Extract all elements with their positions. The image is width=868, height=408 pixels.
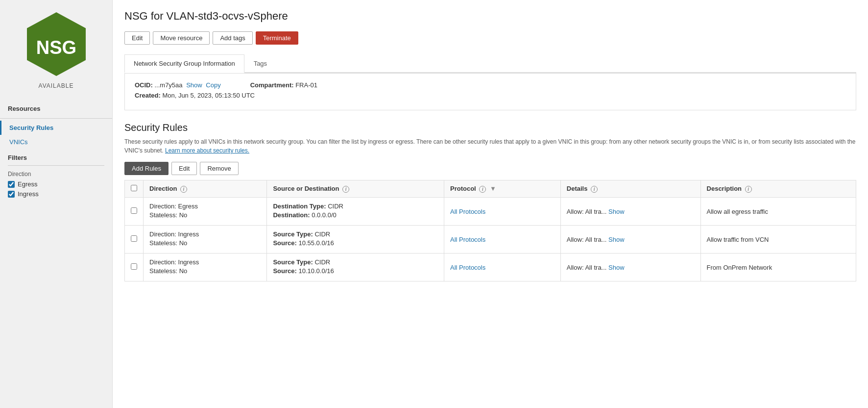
learn-more-link[interactable]: Learn more about security rules. [165,147,249,154]
row-0-checkbox[interactable] [131,207,137,214]
nsg-logo: NSG [22,10,91,78]
resources-label: Resources [0,101,112,116]
direction-info-icon[interactable]: i [180,186,187,193]
security-rules-title: Security Rules [124,122,856,133]
ocid-label: OCID: [135,81,153,89]
row-2-show-link[interactable]: Show [608,264,625,271]
row-2-allow: Allow: All tra... [567,264,607,271]
row-1-details-cell: Allow: All tra... Show [560,226,700,254]
security-rules-desc: These security rules apply to all VNICs … [124,137,856,155]
sidebar-item-security-rules[interactable]: Security Rules [0,121,112,135]
main-content: NSG for VLAN-std3-ocvs-vSphere Edit Move… [113,0,868,408]
row-checkbox-cell [125,198,144,226]
row-2-stateless: Stateless: No [149,267,261,275]
tab-tags[interactable]: Tags [244,54,276,73]
egress-checkbox[interactable] [8,181,15,188]
table-row: Direction: Ingress Stateless: No Source … [125,226,856,254]
ocid-show-link[interactable]: Show [186,81,202,89]
row-1-checkbox[interactable] [131,235,137,242]
row-0-description: Allow all egress traffic [707,208,768,215]
row-2-source: Source: 10.10.0.0/16 [273,267,438,275]
compartment-field: Compartment: FRA-01 [250,81,317,89]
nsg-logo-text: NSG [36,37,76,58]
details-info-icon[interactable]: i [591,186,598,193]
source-dest-info-icon[interactable]: i [342,186,349,193]
compartment-label: Compartment: [250,81,294,89]
row-0-source-dest-cell: Destination Type: CIDR Destination: 0.0.… [267,198,444,226]
row-1-type: Source Type: CIDR [273,230,438,238]
filters-section: Filters Direction Egress Ingress [0,149,112,202]
created-value: Mon, Jun 5, 2023, 05:13:50 UTC [162,92,255,99]
row-checkbox-cell [125,254,144,281]
edit-button[interactable]: Edit [124,31,150,45]
ingress-label: Ingress [18,190,39,198]
resources-divider [0,118,112,119]
egress-filter-row: Egress [8,180,104,188]
row-0-description-cell: Allow all egress traffic [700,198,856,226]
add-tags-button[interactable]: Add tags [213,31,252,45]
rules-toolbar: Add Rules Edit Remove [124,162,856,175]
row-1-protocol-cell: All Protocols [444,226,560,254]
row-2-details-cell: Allow: All tra... Show [560,254,700,281]
row-2-direction: Direction: Ingress [149,258,261,266]
row-checkbox-cell [125,226,144,254]
created-field: Created: Mon, Jun 5, 2023, 05:13:50 UTC [135,92,255,99]
row-2-protocol: All Protocols [450,264,485,271]
created-label: Created: [135,92,161,99]
row-0-show-link[interactable]: Show [608,208,625,215]
direction-col-label: Direction [149,185,177,192]
details-col-header: Details i [560,180,700,198]
row-0-source: Destination: 0.0.0.0/0 [273,211,438,219]
sidebar-item-vnics[interactable]: VNICs [0,135,112,149]
row-1-protocol: All Protocols [450,236,485,243]
ingress-checkbox[interactable] [8,191,15,198]
protocol-col-label: Protocol [450,185,476,192]
info-panel: OCID: ...m7y5aa Show Copy Compartment: F… [124,73,856,110]
row-1-description: Allow traffic from VCN [707,236,769,243]
select-all-checkbox[interactable] [131,185,137,191]
table-row: Direction: Ingress Stateless: No Source … [125,254,856,281]
tab-nsg-info[interactable]: Network Security Group Information [124,54,244,73]
add-rules-button[interactable]: Add Rules [124,162,169,175]
row-2-source-dest-cell: Source Type: CIDR Source: 10.10.0.0/16 [267,254,444,281]
row-0-protocol: All Protocols [450,208,485,215]
row-2-checkbox[interactable] [131,263,137,270]
row-0-allow: Allow: All tra... [567,208,607,215]
row-1-description-cell: Allow traffic from VCN [700,226,856,254]
row-2-type: Source Type: CIDR [273,258,438,266]
row-0-details-cell: Allow: All tra... Show [560,198,700,226]
ocid-value: ...m7y5aa [154,81,182,89]
direction-col-header: Direction i [144,180,267,198]
ocid-copy-link[interactable]: Copy [206,81,220,89]
terminate-button[interactable]: Terminate [256,31,298,45]
compartment-value: FRA-01 [295,81,317,89]
row-0-type: Destination Type: CIDR [273,203,438,210]
tabs: Network Security Group Information Tags [124,54,856,73]
row-1-direction: Direction: Ingress [149,230,261,238]
ocid-field: OCID: ...m7y5aa Show Copy [135,81,221,89]
source-dest-col-label: Source or Destination [273,185,339,192]
page-title: NSG for VLAN-std3-ocvs-vSphere [124,10,856,23]
row-0-protocol-cell: All Protocols [444,198,560,226]
nsg-status: AVAILABLE [39,82,74,89]
edit-rules-button[interactable]: Edit [171,162,197,175]
protocol-col-header: Protocol i ▼ [444,180,560,198]
row-1-direction-cell: Direction: Ingress Stateless: No [144,226,267,254]
row-0-direction-cell: Direction: Egress Stateless: No [144,198,267,226]
source-dest-col-header: Source or Destination i [267,180,444,198]
protocol-sort-icon[interactable]: ▼ [490,185,496,192]
rules-table: Direction i Source or Destination i Prot… [124,180,856,281]
direction-filter-label: Direction [8,171,104,178]
details-col-label: Details [567,185,588,192]
toolbar: Edit Move resource Add tags Terminate [124,31,856,45]
protocol-info-icon[interactable]: i [479,186,486,193]
remove-rules-button[interactable]: Remove [200,162,238,175]
row-1-allow: Allow: All tra... [567,236,607,243]
description-info-icon[interactable]: i [745,186,752,193]
sidebar: NSG AVAILABLE Resources Security Rules V… [0,0,113,408]
table-header-row: Direction i Source or Destination i Prot… [125,180,856,198]
move-resource-button[interactable]: Move resource [153,31,210,45]
row-0-stateless: Stateless: No [149,211,261,219]
row-1-source-dest-cell: Source Type: CIDR Source: 10.55.0.0/16 [267,226,444,254]
row-1-show-link[interactable]: Show [608,236,625,243]
